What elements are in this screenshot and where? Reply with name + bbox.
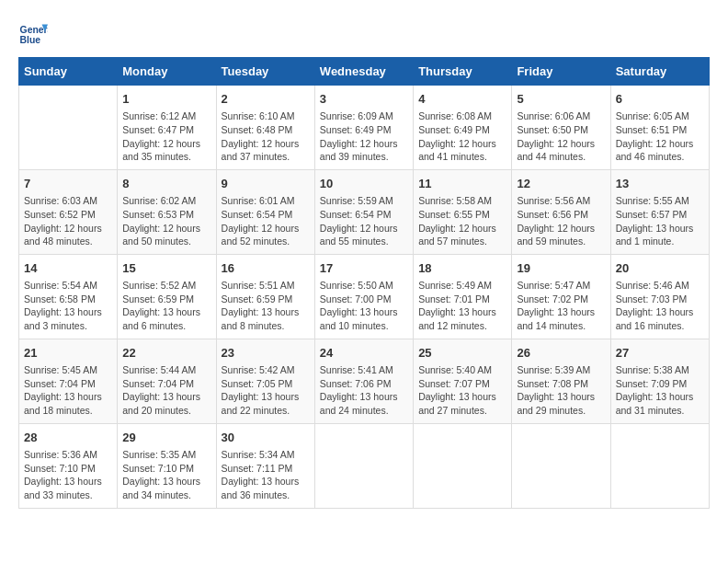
svg-text:Blue: Blue: [20, 35, 41, 45]
cell-info: Sunrise: 5:42 AM Sunset: 7:05 PM Dayligh…: [222, 363, 310, 418]
calendar-cell: 2Sunrise: 6:10 AM Sunset: 6:48 PM Daylig…: [216, 86, 314, 170]
cell-info: Sunrise: 6:03 AM Sunset: 6:52 PM Dayligh…: [24, 194, 112, 248]
column-header-monday: Monday: [118, 58, 216, 86]
calendar-cell: 28Sunrise: 5:36 AM Sunset: 7:10 PM Dayli…: [19, 423, 118, 508]
cell-info: Sunrise: 5:52 AM Sunset: 6:59 PM Dayligh…: [122, 279, 210, 333]
cell-info: Sunrise: 6:08 AM Sunset: 6:49 PM Dayligh…: [418, 109, 506, 164]
day-number: 19: [517, 260, 605, 277]
week-row-1: 1Sunrise: 6:12 AM Sunset: 6:47 PM Daylig…: [19, 86, 710, 170]
cell-info: Sunrise: 5:36 AM Sunset: 7:10 PM Dayligh…: [24, 448, 112, 502]
calendar-header: SundayMondayTuesdayWednesdayThursdayFrid…: [19, 58, 710, 86]
day-number: 17: [320, 260, 408, 277]
week-row-5: 28Sunrise: 5:36 AM Sunset: 7:10 PM Dayli…: [19, 423, 710, 508]
calendar-body: 1Sunrise: 6:12 AM Sunset: 6:47 PM Daylig…: [19, 86, 710, 509]
calendar-cell: 19Sunrise: 5:47 AM Sunset: 7:02 PM Dayli…: [512, 254, 610, 339]
cell-info: Sunrise: 5:34 AM Sunset: 7:11 PM Dayligh…: [222, 448, 310, 502]
calendar-cell: 11Sunrise: 5:58 AM Sunset: 6:55 PM Dayli…: [414, 169, 512, 254]
cell-info: Sunrise: 5:40 AM Sunset: 7:07 PM Dayligh…: [418, 363, 506, 418]
calendar-cell: 24Sunrise: 5:41 AM Sunset: 7:06 PM Dayli…: [314, 339, 413, 423]
day-number: 20: [616, 260, 704, 277]
calendar-cell: [610, 423, 709, 508]
day-number: 7: [24, 176, 112, 192]
day-number: 29: [122, 430, 210, 446]
calendar-cell: [19, 86, 118, 170]
calendar-cell: 9Sunrise: 6:01 AM Sunset: 6:54 PM Daylig…: [216, 169, 314, 254]
day-number: 27: [616, 345, 704, 362]
calendar-cell: 10Sunrise: 5:59 AM Sunset: 6:54 PM Dayli…: [314, 169, 413, 254]
day-number: 18: [418, 260, 506, 277]
calendar-cell: 1Sunrise: 6:12 AM Sunset: 6:47 PM Daylig…: [118, 86, 216, 170]
cell-info: Sunrise: 5:54 AM Sunset: 6:58 PM Dayligh…: [24, 279, 112, 333]
calendar-cell: 29Sunrise: 5:35 AM Sunset: 7:10 PM Dayli…: [118, 423, 216, 508]
calendar-cell: 7Sunrise: 6:03 AM Sunset: 6:52 PM Daylig…: [19, 169, 118, 254]
calendar-cell: 5Sunrise: 6:06 AM Sunset: 6:50 PM Daylig…: [512, 86, 610, 170]
cell-info: Sunrise: 5:59 AM Sunset: 6:54 PM Dayligh…: [320, 194, 408, 248]
day-number: 6: [616, 91, 704, 108]
day-number: 8: [122, 176, 210, 192]
calendar-cell: 15Sunrise: 5:52 AM Sunset: 6:59 PM Dayli…: [118, 254, 216, 339]
week-row-3: 14Sunrise: 5:54 AM Sunset: 6:58 PM Dayli…: [19, 254, 710, 339]
cell-info: Sunrise: 5:55 AM Sunset: 6:57 PM Dayligh…: [616, 194, 704, 248]
cell-info: Sunrise: 5:51 AM Sunset: 6:59 PM Dayligh…: [222, 279, 310, 333]
cell-info: Sunrise: 5:39 AM Sunset: 7:08 PM Dayligh…: [517, 363, 605, 418]
day-number: 3: [320, 91, 408, 108]
logo: General Blue: [18, 18, 51, 48]
header-row: SundayMondayTuesdayWednesdayThursdayFrid…: [19, 58, 710, 86]
header: General Blue: [18, 18, 710, 48]
calendar-cell: 30Sunrise: 5:34 AM Sunset: 7:11 PM Dayli…: [216, 423, 314, 508]
cell-info: Sunrise: 5:38 AM Sunset: 7:09 PM Dayligh…: [616, 363, 704, 418]
day-number: 4: [418, 91, 506, 108]
column-header-thursday: Thursday: [414, 58, 512, 86]
day-number: 9: [222, 176, 310, 192]
calendar-cell: 8Sunrise: 6:02 AM Sunset: 6:53 PM Daylig…: [118, 169, 216, 254]
cell-info: Sunrise: 5:50 AM Sunset: 7:00 PM Dayligh…: [320, 279, 408, 333]
day-number: 16: [222, 260, 310, 277]
day-number: 25: [418, 345, 506, 362]
day-number: 10: [320, 176, 408, 192]
day-number: 13: [616, 176, 704, 192]
day-number: 26: [517, 345, 605, 362]
day-number: 23: [222, 345, 310, 362]
column-header-wednesday: Wednesday: [314, 58, 413, 86]
cell-info: Sunrise: 6:10 AM Sunset: 6:48 PM Dayligh…: [222, 109, 310, 164]
calendar-cell: [314, 423, 413, 508]
column-header-friday: Friday: [512, 58, 610, 86]
calendar-cell: 6Sunrise: 6:05 AM Sunset: 6:51 PM Daylig…: [610, 86, 709, 170]
calendar-cell: 13Sunrise: 5:55 AM Sunset: 6:57 PM Dayli…: [610, 169, 709, 254]
column-header-sunday: Sunday: [19, 58, 118, 86]
day-number: 30: [222, 430, 310, 446]
calendar-cell: 23Sunrise: 5:42 AM Sunset: 7:05 PM Dayli…: [216, 339, 314, 423]
cell-info: Sunrise: 5:46 AM Sunset: 7:03 PM Dayligh…: [616, 279, 704, 333]
day-number: 22: [122, 345, 210, 362]
week-row-4: 21Sunrise: 5:45 AM Sunset: 7:04 PM Dayli…: [19, 339, 710, 423]
calendar-cell: 25Sunrise: 5:40 AM Sunset: 7:07 PM Dayli…: [414, 339, 512, 423]
calendar-cell: 21Sunrise: 5:45 AM Sunset: 7:04 PM Dayli…: [19, 339, 118, 423]
calendar-cell: 16Sunrise: 5:51 AM Sunset: 6:59 PM Dayli…: [216, 254, 314, 339]
day-number: 12: [517, 176, 605, 192]
cell-info: Sunrise: 6:05 AM Sunset: 6:51 PM Dayligh…: [616, 109, 704, 164]
week-row-2: 7Sunrise: 6:03 AM Sunset: 6:52 PM Daylig…: [19, 169, 710, 254]
column-header-tuesday: Tuesday: [216, 58, 314, 86]
calendar-cell: 14Sunrise: 5:54 AM Sunset: 6:58 PM Dayli…: [19, 254, 118, 339]
column-header-saturday: Saturday: [610, 58, 709, 86]
cell-info: Sunrise: 6:09 AM Sunset: 6:49 PM Dayligh…: [320, 109, 408, 164]
calendar-cell: 27Sunrise: 5:38 AM Sunset: 7:09 PM Dayli…: [610, 339, 709, 423]
calendar-cell: [512, 423, 610, 508]
cell-info: Sunrise: 5:58 AM Sunset: 6:55 PM Dayligh…: [418, 194, 506, 248]
day-number: 2: [222, 91, 310, 108]
cell-info: Sunrise: 6:01 AM Sunset: 6:54 PM Dayligh…: [222, 194, 310, 248]
day-number: 21: [24, 345, 112, 362]
day-number: 15: [122, 260, 210, 277]
cell-info: Sunrise: 5:47 AM Sunset: 7:02 PM Dayligh…: [517, 279, 605, 333]
calendar-cell: 12Sunrise: 5:56 AM Sunset: 6:56 PM Dayli…: [512, 169, 610, 254]
day-number: 5: [517, 91, 605, 108]
cell-info: Sunrise: 6:06 AM Sunset: 6:50 PM Dayligh…: [517, 109, 605, 164]
day-number: 28: [24, 430, 112, 446]
calendar-table: SundayMondayTuesdayWednesdayThursdayFrid…: [18, 57, 710, 509]
cell-info: Sunrise: 5:45 AM Sunset: 7:04 PM Dayligh…: [24, 363, 112, 418]
cell-info: Sunrise: 5:56 AM Sunset: 6:56 PM Dayligh…: [517, 194, 605, 248]
calendar-cell: 3Sunrise: 6:09 AM Sunset: 6:49 PM Daylig…: [314, 86, 413, 170]
calendar-cell: 22Sunrise: 5:44 AM Sunset: 7:04 PM Dayli…: [118, 339, 216, 423]
calendar-cell: 26Sunrise: 5:39 AM Sunset: 7:08 PM Dayli…: [512, 339, 610, 423]
calendar-cell: [414, 423, 512, 508]
